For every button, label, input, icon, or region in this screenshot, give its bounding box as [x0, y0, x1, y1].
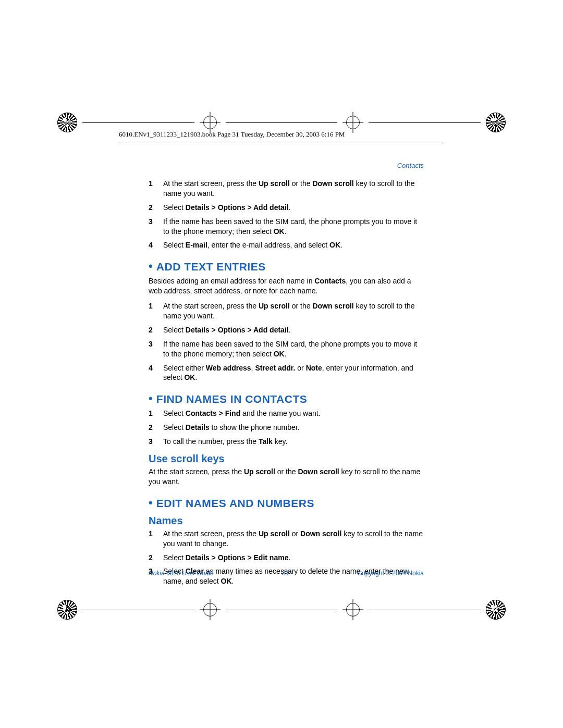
- step-text: If the name has been saved to the SIM ca…: [163, 217, 424, 237]
- step-text: If the name has been saved to the SIM ca…: [163, 339, 424, 359]
- section-steps: 1At the start screen, press the Up scrol…: [149, 301, 424, 382]
- registration-globe-icon: [486, 113, 506, 132]
- step-item: 2Select Details > Options > Add detail.: [149, 325, 424, 335]
- step-text: Select E-mail, enter the e-mail address,…: [163, 240, 424, 250]
- registration-cross-icon: [342, 112, 363, 133]
- section-steps: 1Select Contacts > Find and the name you…: [149, 409, 424, 447]
- step-item: 1At the start screen, press the Up scrol…: [149, 179, 424, 199]
- crop-line: [82, 610, 194, 610]
- step-number: 2: [149, 423, 163, 433]
- section-heading: ADD TEXT ENTRIES: [149, 260, 424, 273]
- crop-marks-bottom: [0, 599, 563, 620]
- page-content: Contacts 1At the start screen, press the…: [149, 162, 424, 593]
- step-number: 1: [149, 179, 163, 199]
- step-item: 2Select Details > Options > Edit name.: [149, 553, 424, 563]
- registration-globe-icon: [57, 600, 77, 620]
- subsection-heading: Names: [149, 515, 424, 527]
- step-number: 4: [149, 240, 163, 250]
- registration-globe-icon: [57, 113, 77, 132]
- crop-line: [226, 610, 338, 610]
- step-text: At the start screen, press the Up scroll…: [163, 529, 424, 549]
- step-number: 4: [149, 363, 163, 383]
- crop-line: [369, 610, 481, 610]
- section-heading: EDIT NAMES AND NUMBERS: [149, 496, 424, 510]
- step-text: Select Contacts > Find and the name you …: [163, 409, 424, 418]
- step-item: 3To call the number, press the Talk key.: [149, 437, 424, 447]
- step-item: 1At the start screen, press the Up scrol…: [149, 529, 424, 549]
- step-number: 1: [149, 301, 163, 321]
- crop-line: [226, 122, 338, 123]
- step-item: 2Select Details to show the phone number…: [149, 423, 424, 433]
- section-heading: FIND NAMES IN CONTACTS: [149, 392, 424, 405]
- footer-guide: Nokia 6010 User Guide: [149, 570, 214, 577]
- step-number: 2: [149, 325, 163, 335]
- step-item: 1At the start screen, press the Up scrol…: [149, 301, 424, 321]
- step-text: Select Details > Options > Edit name.: [163, 553, 424, 563]
- registration-cross-icon: [200, 112, 221, 133]
- step-item: 3If the name has been saved to the SIM c…: [149, 217, 424, 237]
- chapter-label: Contacts: [149, 162, 424, 169]
- step-text: Select Details > Options > Add detail.: [163, 203, 424, 213]
- section-steps: 1At the start screen, press the Up scrol…: [149, 529, 424, 586]
- step-number: 3: [149, 437, 163, 447]
- crop-line: [82, 122, 194, 123]
- step-number: 3: [149, 217, 163, 237]
- step-text: Select Details to show the phone number.: [163, 423, 424, 433]
- section-paragraph: Besides adding an email address for each…: [149, 276, 424, 296]
- page: 6010.ENv1_9311233_121903.book Page 31 Tu…: [0, 0, 563, 728]
- step-number: 1: [149, 409, 163, 418]
- registration-cross-icon: [342, 599, 363, 620]
- crop-line: [369, 122, 481, 123]
- intro-steps: 1At the start screen, press the Up scrol…: [149, 179, 424, 250]
- step-item: 4Select either Web address, Street addr.…: [149, 363, 424, 383]
- footer-copyright: Copyright © 2004 Nokia: [357, 570, 424, 577]
- step-number: 2: [149, 203, 163, 213]
- footer-page-number: 31: [282, 570, 289, 577]
- registration-cross-icon: [200, 599, 221, 620]
- step-number: 1: [149, 529, 163, 549]
- step-item: 4Select E-mail, enter the e-mail address…: [149, 240, 424, 250]
- crop-marks-top: [0, 112, 563, 133]
- registration-globe-icon: [486, 600, 506, 620]
- source-file-header: 6010.ENv1_9311233_121903.book Page 31 Tu…: [119, 130, 443, 142]
- step-text: At the start screen, press the Up scroll…: [163, 301, 424, 321]
- step-item: 2Select Details > Options > Add detail.: [149, 203, 424, 213]
- step-text: Select either Web address, Street addr. …: [163, 363, 424, 383]
- step-text: At the start screen, press the Up scroll…: [163, 179, 424, 199]
- step-text: To call the number, press the Talk key.: [163, 437, 424, 447]
- subsection-paragraph: At the start screen, press the Up scroll…: [149, 467, 424, 487]
- subsection-heading: Use scroll keys: [149, 453, 424, 465]
- step-number: 3: [149, 339, 163, 359]
- step-item: 1Select Contacts > Find and the name you…: [149, 409, 424, 418]
- step-number: 2: [149, 553, 163, 563]
- step-text: Select Details > Options > Add detail.: [163, 325, 424, 335]
- step-item: 3If the name has been saved to the SIM c…: [149, 339, 424, 359]
- page-footer: Nokia 6010 User Guide 31 Copyright © 200…: [149, 570, 424, 577]
